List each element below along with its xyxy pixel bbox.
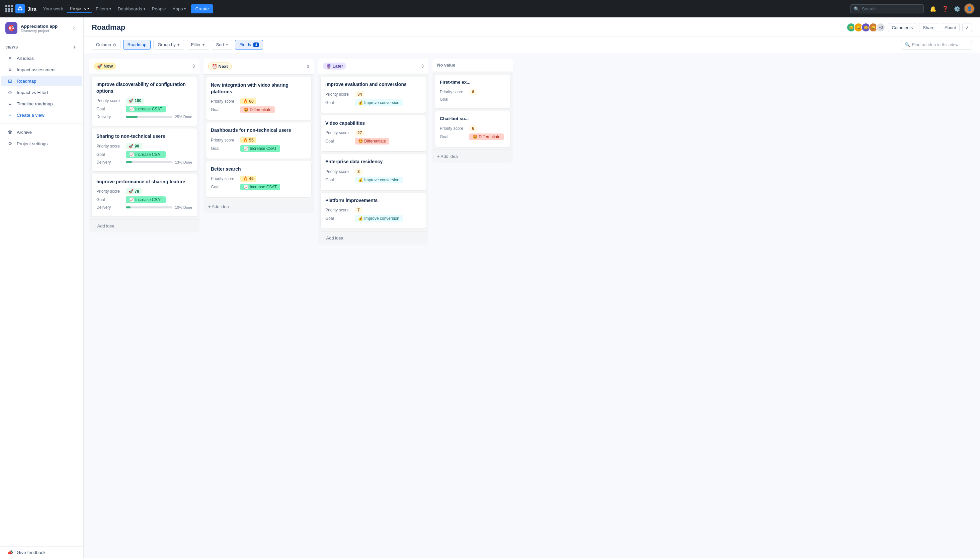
goal-badge: 💰 Improve conversion — [355, 215, 403, 222]
card-item[interactable]: Improve discoverability of configuration… — [92, 77, 197, 126]
goal-row: Goal 📈 Increase CSAT — [96, 196, 192, 203]
search-input[interactable] — [862, 7, 920, 11]
roadmap-icon: ⊞ — [7, 78, 13, 84]
views-header: VIEWS + — [0, 39, 83, 53]
goal-label: Goal — [211, 185, 238, 189]
archive-icon: 🗑 — [7, 130, 13, 135]
goal-badge: 💰 Improve conversion — [355, 99, 403, 106]
sidebar-item-roadmap[interactable]: ⊞ Roadmap — [1, 75, 82, 86]
impact-vs-effort-icon: ⊘ — [7, 90, 13, 95]
idea-search[interactable]: 🔍 — [901, 40, 972, 49]
card-item[interactable]: Improve evaluation and conversions Prior… — [321, 77, 426, 113]
column-count: 3 — [307, 64, 309, 69]
column-label: ⏰ Next — [208, 62, 304, 70]
goal-label: Goal — [440, 97, 467, 102]
sidebar-item-give-feedback[interactable]: 📣 Give feedback — [1, 547, 82, 558]
add-idea-button[interactable]: + Add idea — [204, 200, 314, 213]
goal-row: Goal 💰 Improve conversion — [326, 99, 421, 106]
card-item[interactable]: Enterprise data residency Priority score… — [321, 154, 426, 190]
impact-assessment-icon: ≡ — [7, 67, 13, 72]
sidebar-item-impact-vs-effort[interactable]: ⊘ Impact vs Effort — [1, 87, 82, 98]
all-ideas-label: All ideas — [17, 56, 34, 61]
global-search[interactable]: 🔍 — [850, 4, 924, 13]
user-avatar[interactable]: 👤 — [964, 3, 975, 14]
progress-bar-wrap — [126, 207, 173, 208]
add-idea-button[interactable]: + Add idea — [89, 219, 199, 233]
group-by-label: Group by — [158, 42, 175, 47]
page-title: Roadmap — [92, 23, 125, 32]
fields-button[interactable]: Fields 4 — [235, 40, 263, 49]
sidebar-item-timeline-roadmap[interactable]: ≡ Timeline roadmap — [1, 98, 82, 109]
sidebar-item-impact-assessment[interactable]: ≡ Impact assessment — [1, 64, 82, 75]
help-icon[interactable]: ❓ — [940, 3, 950, 14]
column-count: 3 — [192, 64, 195, 69]
create-view-icon: + — [7, 112, 13, 118]
impact-assessment-label: Impact assessment — [17, 67, 56, 72]
priority-label: Priority score — [326, 92, 352, 97]
goal-row: Goal — [440, 97, 505, 102]
card-item[interactable]: Improve performance of sharing feature P… — [92, 174, 197, 217]
goal-badge: 📈 Increase CSAT — [126, 196, 166, 203]
nav-icons: 🔔 ❓ ⚙️ 👤 — [928, 3, 975, 14]
progress-text: 25% Done — [175, 115, 192, 119]
sidebar-collapse-button[interactable]: ‹ — [70, 24, 78, 32]
priority-label: Priority score — [96, 189, 123, 194]
sidebar-item-all-ideas[interactable]: ≡ All ideas — [1, 53, 82, 64]
header-actions: 😊 😄 🙂 😀 +3 Comments Share About ⤢ — [847, 23, 972, 32]
your-work-nav[interactable]: Your work — [41, 5, 66, 13]
card-title: Enterprise data residency — [326, 159, 421, 165]
comments-button[interactable]: Comments — [888, 23, 916, 32]
priority-label: Priority score — [440, 126, 467, 131]
column-no-value: No value First-time ex... Priority score… — [432, 59, 513, 163]
archive-label: Archive — [17, 130, 32, 135]
group-by-button[interactable]: Group by + — [153, 40, 184, 49]
card-item[interactable]: First-time ex... Priority score 6 Goal — [435, 75, 510, 108]
card-item[interactable]: Platform improvements Priority score 7 G… — [321, 193, 426, 229]
jira-logo[interactable]: Jira — [15, 4, 36, 13]
dashboards-nav[interactable]: Dashboards ▾ — [115, 5, 148, 13]
sidebar-item-create-view[interactable]: + Create a view — [1, 110, 82, 120]
roadmap-button[interactable]: Roadmap — [123, 40, 151, 49]
add-idea-button[interactable]: + Add idea — [432, 149, 513, 163]
people-nav[interactable]: People — [149, 5, 169, 13]
share-button[interactable]: Share — [919, 23, 938, 32]
sidebar-item-project-settings[interactable]: ⚙ Project settings — [1, 138, 82, 149]
card-item[interactable]: Better search Priority score 🔥 45 Goal 📈… — [206, 161, 311, 197]
filters-nav[interactable]: Filters ▾ — [93, 5, 114, 13]
card-item[interactable]: Chat-bot su... Priority score 6 Goal 🤩 D… — [435, 111, 510, 147]
projects-nav[interactable]: Projects ▾ — [67, 5, 92, 13]
card-item[interactable]: New integration with video sharing platf… — [206, 77, 311, 120]
settings-icon[interactable]: ⚙️ — [952, 3, 963, 14]
priority-label: Priority score — [211, 99, 238, 104]
add-idea-button[interactable]: + Add idea — [318, 231, 428, 245]
card-title: Improve performance of sharing feature — [96, 179, 192, 185]
idea-search-input[interactable] — [912, 42, 968, 47]
page-header: Roadmap 😊 😄 🙂 😀 +3 Comments Share About … — [84, 17, 980, 36]
add-view-button[interactable]: + — [71, 44, 78, 51]
notifications-icon[interactable]: 🔔 — [928, 3, 939, 14]
main-content: Roadmap 😊 😄 🙂 😀 +3 Comments Share About … — [84, 17, 980, 558]
apps-nav[interactable]: Apps ▾ — [170, 5, 189, 13]
cards-list: Improve evaluation and conversions Prior… — [318, 74, 428, 231]
filter-button[interactable]: Filter + — [187, 40, 209, 49]
app-switcher-icon[interactable] — [5, 5, 13, 12]
main-layout: 🎯 Appreciation app Discovery project ‹ V… — [0, 17, 980, 558]
all-ideas-icon: ≡ — [7, 56, 13, 61]
card-item[interactable]: Sharing to non-technical users Priority … — [92, 128, 197, 171]
sort-button[interactable]: Sort + — [212, 40, 233, 49]
column-label: No value — [437, 62, 508, 67]
priority-row: Priority score 🔥 45 — [211, 176, 307, 182]
create-button[interactable]: Create — [191, 4, 213, 13]
column-button[interactable]: Column ⊙ — [92, 40, 120, 49]
sidebar-item-archive[interactable]: 🗑 Archive — [1, 127, 82, 138]
column-header: ⏰ Next 3 — [204, 59, 314, 75]
goal-label: Goal — [211, 107, 238, 112]
priority-row: Priority score 6 — [440, 89, 505, 95]
goal-row: Goal 📈 Increase CSAT — [211, 145, 307, 152]
about-button[interactable]: About — [941, 23, 960, 32]
card-item[interactable]: Dashboards for non-technical users Prior… — [206, 122, 311, 159]
expand-button[interactable]: ⤢ — [962, 23, 972, 32]
card-item[interactable]: Video capabilities Priority score 27 Goa… — [321, 115, 426, 151]
column-later: 🔮 Later 3 Improve evaluation and convers… — [318, 59, 428, 245]
goal-row: Goal 📈 Increase CSAT — [96, 151, 192, 158]
